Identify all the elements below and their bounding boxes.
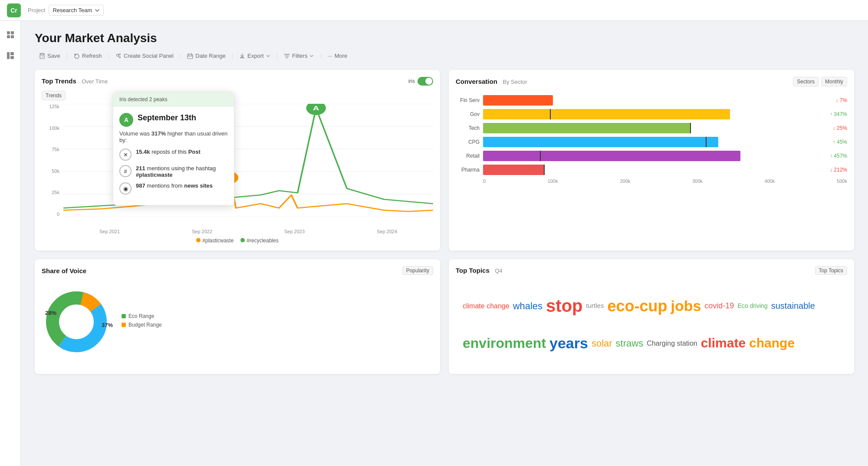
- bar-marker-tech: [690, 123, 691, 133]
- donut-legend: Eco Range Budget Range: [122, 313, 162, 330]
- more-button[interactable]: ··· More: [323, 50, 352, 61]
- trends-chart: 125k 100k 75k 50k 25k 0: [42, 104, 433, 234]
- svg-line-13: [118, 55, 119, 55]
- bar-label-gov: Gov: [456, 111, 480, 117]
- bar-label-finserv: Fin Serv: [456, 97, 480, 103]
- word-change[interactable]: change: [749, 333, 795, 354]
- top-topics-title: Top Topics: [456, 267, 490, 274]
- word-sustainable[interactable]: sustainable: [771, 299, 815, 313]
- top-trends-title: Top Trends: [42, 77, 76, 85]
- legend-eco-range: Eco Range: [122, 313, 162, 319]
- tooltip-marker-a: A: [119, 113, 133, 127]
- tooltip-header: Iris detected 2 peaks: [113, 92, 234, 107]
- date-range-button[interactable]: Date Range: [183, 50, 230, 61]
- word-turtles[interactable]: turtles: [586, 301, 604, 311]
- tooltip-item-news: ◉ 987 mentions from news sites: [119, 182, 228, 195]
- svg-line-14: [118, 56, 119, 57]
- top-trends-header: Top Trends Over Time iris: [42, 77, 433, 86]
- project-selector[interactable]: Research Team: [49, 5, 104, 16]
- filters-button[interactable]: Filters: [279, 50, 318, 61]
- word-stop[interactable]: stop: [546, 292, 582, 320]
- word-eco-cup[interactable]: eco-cup: [607, 294, 667, 319]
- svg-rect-9: [41, 56, 43, 58]
- social-panel-icon: [115, 53, 122, 59]
- iris-toggle[interactable]: [418, 77, 433, 86]
- bar-label-retail: Retail: [456, 153, 480, 159]
- word-solar[interactable]: solar: [592, 336, 612, 351]
- refresh-button[interactable]: Refresh: [69, 50, 106, 61]
- export-button[interactable]: Export: [235, 50, 275, 61]
- bar-track-tech: [483, 123, 829, 133]
- sov-header: Share of Voice Popularity: [42, 266, 433, 275]
- svg-rect-4: [7, 52, 10, 59]
- word-straws[interactable]: straws: [616, 336, 644, 351]
- top-topics-badge: Top Topics: [815, 266, 847, 275]
- bar-row-pharma: Pharma ↓ 212%: [456, 165, 847, 175]
- word-climate-change[interactable]: climate change: [463, 301, 510, 312]
- donut-pct-28: 28%: [45, 310, 56, 316]
- bar-track-gov: [483, 109, 826, 119]
- top-topics-card: Top Topics Q4 Top Topics climate change …: [449, 259, 854, 374]
- bar-row-tech: Tech ↓ 25%: [456, 123, 847, 133]
- top-nav: Cr Project Research Team: [0, 0, 868, 21]
- chart-legend: #plasticwaste #recycleables: [42, 238, 433, 244]
- word-environment[interactable]: environment: [463, 332, 546, 354]
- conversation-card: Conversation By Sector Sectors Monthly F…: [449, 70, 854, 251]
- sov-title: Share of Voice: [42, 267, 86, 274]
- bar-change-gov: ↑ 347%: [830, 111, 847, 117]
- svg-rect-3: [11, 35, 14, 38]
- tooltip-header-label: Iris detected 2 peaks: [119, 96, 168, 102]
- bar-marker-pharma: [544, 165, 545, 175]
- x-axis-labels: Sep 2021 Sep 2022 Sep 2023 Sep 2024: [63, 217, 433, 234]
- sidebar-grid-icon[interactable]: [3, 28, 17, 42]
- bar-chart: Fin Serv ↓ 7% Gov ↑ 347%: [456, 92, 847, 187]
- page-title: Your Market Analysis: [35, 31, 854, 45]
- tooltip-item-reposts: ✕ 15.4k reposts of this Post: [119, 149, 228, 161]
- word-whales[interactable]: whales: [513, 298, 542, 314]
- project-label: Project: [28, 7, 45, 13]
- save-icon: [39, 53, 45, 59]
- donut-chart: 28% 37%: [42, 287, 111, 357]
- word-charging-station[interactable]: Charging station: [647, 338, 697, 349]
- content-grid: Top Trends Over Time iris Trends 125k 10…: [35, 70, 854, 374]
- word-years[interactable]: years: [549, 331, 588, 355]
- word-jobs[interactable]: jobs: [671, 294, 701, 317]
- sidebar: [0, 21, 21, 384]
- svg-rect-19: [240, 57, 244, 58]
- filters-chevron-icon: [309, 54, 314, 58]
- svg-rect-2: [7, 35, 10, 38]
- project-name: Research Team: [53, 7, 92, 13]
- bar-label-tech: Tech: [456, 125, 480, 131]
- save-button[interactable]: Save: [35, 50, 65, 61]
- bar-marker-cpg: [706, 137, 707, 147]
- svg-point-12: [119, 56, 120, 58]
- conversation-title: Conversation: [456, 78, 497, 85]
- svg-rect-0: [7, 31, 10, 34]
- svg-rect-6: [10, 56, 14, 59]
- bar-label-pharma: Pharma: [456, 167, 480, 173]
- word-climate[interactable]: climate: [701, 333, 746, 354]
- refresh-icon: [74, 53, 80, 59]
- bar-track-finserv: [483, 95, 832, 106]
- donut-svg: [42, 287, 111, 357]
- bar-row-gov: Gov ↑ 347%: [456, 109, 847, 119]
- svg-point-11: [119, 53, 120, 55]
- bar-track-cpg: [483, 137, 829, 147]
- social-panel-button[interactable]: Create Social Panel: [111, 50, 178, 61]
- calendar-icon: [187, 53, 193, 59]
- donut-container: 28% 37% Eco Range Budget Range: [42, 280, 433, 364]
- word-covid[interactable]: covid-19: [704, 300, 734, 312]
- bar-change-tech: ↓ 25%: [833, 125, 847, 131]
- sidebar-panel-icon[interactable]: [3, 49, 17, 63]
- bar-change-finserv: ↓ 7%: [835, 97, 847, 103]
- top-trends-card: Top Trends Over Time iris Trends 125k 10…: [35, 70, 440, 251]
- word-eco-driving[interactable]: Eco driving: [737, 301, 767, 311]
- bar-row-cpg: CPG ↑ 45%: [456, 137, 847, 147]
- conversation-subtitle: By Sector: [503, 79, 527, 85]
- bar-change-pharma: ↓ 212%: [830, 167, 847, 173]
- tooltip-content: A September 13th Volume was 317% higher …: [113, 107, 234, 205]
- legend-budget-range: Budget Range: [122, 322, 162, 328]
- word-cloud: climate change whales stop turtles eco-c…: [456, 280, 847, 367]
- iris-label: iris: [408, 78, 415, 84]
- app-logo[interactable]: Cr: [7, 3, 21, 17]
